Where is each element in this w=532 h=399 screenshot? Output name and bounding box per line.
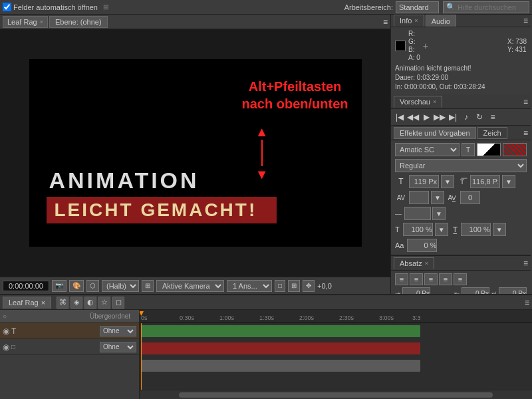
tl-icon-1[interactable]: ⌘ <box>57 297 68 309</box>
indent-right-input[interactable] <box>462 287 489 294</box>
timecode-display[interactable]: 0:00:00:00 <box>3 281 49 291</box>
absatz-panel-menu[interactable]: ≡ <box>523 259 528 268</box>
vert-scale-input[interactable] <box>461 223 491 236</box>
layer-2-visibility[interactable]: ◉ <box>3 342 9 352</box>
prev-loop[interactable]: ↻ <box>473 111 485 123</box>
tl-icon-4[interactable]: ☆ <box>98 297 110 309</box>
metrics-input[interactable] <box>409 191 429 204</box>
tab-absatz[interactable]: Absatz × <box>394 257 434 269</box>
align-center-btn[interactable]: ≡ <box>410 273 423 285</box>
indent-left-input[interactable] <box>402 287 430 294</box>
timeline-scroll[interactable] <box>140 390 532 399</box>
offset-display: +0,0 <box>317 282 332 290</box>
info-tab-close[interactable]: × <box>414 17 418 24</box>
font-size-input[interactable]: 119 Px <box>409 175 439 188</box>
search-icon: 🔍 <box>446 3 456 11</box>
timeline-panel-menu[interactable]: ≡ <box>525 298 529 307</box>
tab-zeich[interactable]: Zeich <box>477 127 507 139</box>
timeline-tab-bar: Leaf Rag × ⌘ ◈ ◐ ☆ ◻ ≡ <box>0 295 532 310</box>
dash-input[interactable] <box>404 207 431 220</box>
layer-1-visibility[interactable]: ◉ <box>3 327 9 336</box>
horiz-scale-input[interactable] <box>403 223 433 236</box>
tl-icon-3[interactable]: ◐ <box>84 297 96 309</box>
effects-tab-label: Effekte und Vorgaben <box>400 129 470 137</box>
snapshot-button[interactable]: 📷 <box>52 280 66 292</box>
tab-info[interactable]: Info × <box>394 15 424 27</box>
font-size-unit[interactable]: ▼ <box>441 175 454 188</box>
indent-first-input[interactable] <box>499 287 527 294</box>
horiz-scale-unit[interactable]: ▼ <box>435 223 448 236</box>
scroll-handle[interactable] <box>179 392 493 398</box>
text-overlay-alt: Alt+Pfeiltasten nach oben/unten <box>242 78 348 112</box>
color-button[interactable]: 🎨 <box>69 280 84 292</box>
search-input[interactable] <box>458 3 524 11</box>
comp-track-bar[interactable] <box>141 325 420 337</box>
effects-panel-menu[interactable]: ≡ <box>523 128 528 138</box>
font-family-select[interactable]: Amatic SC <box>395 143 460 156</box>
view-btn1[interactable]: □ <box>275 280 285 292</box>
workspace-select[interactable]: Standard <box>396 1 439 13</box>
prev-audio[interactable]: ♪ <box>460 111 472 123</box>
align-right-btn[interactable]: ≡ <box>424 273 438 285</box>
zeich-tab-label: Zeich <box>483 129 501 137</box>
timeline-ruler[interactable]: 0s 0:30s 1:00s 1:30s 2:00s 2:30s 3:00s 3… <box>140 310 532 323</box>
tab-preview[interactable]: Vorschau × <box>394 96 442 108</box>
view-btn2[interactable]: ⊞ <box>288 280 300 292</box>
solid-track-bar[interactable] <box>141 360 420 372</box>
leading-input[interactable]: 116,8 Px <box>470 175 500 188</box>
panel-menu-button[interactable]: ≡ <box>383 17 388 27</box>
correction-button[interactable]: ⬡ <box>86 280 99 292</box>
leading-unit[interactable]: ▼ <box>502 175 515 188</box>
canvas-text-dir: nach oben/unten <box>242 96 348 111</box>
stroke-color-swatch[interactable] <box>503 143 527 156</box>
info-panel-menu[interactable]: ≡ <box>523 16 528 25</box>
prev-play[interactable]: ▶ <box>420 111 432 123</box>
tracking-input[interactable] <box>460 191 480 204</box>
align-left-btn[interactable]: ≡ <box>395 273 408 285</box>
justify-btn[interactable]: ≡ <box>439 273 452 285</box>
auto-open-checkbox[interactable] <box>3 3 11 11</box>
justify-all-btn[interactable]: ≡ <box>454 273 467 285</box>
dash-unit[interactable]: ▼ <box>432 207 446 220</box>
grid-button[interactable]: ⊞ <box>142 280 154 292</box>
comp-tab-close[interactable]: × <box>40 19 43 25</box>
vert-scale-unit[interactable]: ▼ <box>493 223 506 236</box>
fill-color-swatch[interactable] <box>477 143 501 156</box>
prev-step-back[interactable]: ◀◀ <box>407 111 419 123</box>
xy-values: X: 738 Y: 431 <box>507 38 527 53</box>
color-swatch[interactable] <box>395 41 406 51</box>
layer-list: ○ Übergeordnet ◉ T Ohne ◉ □ Ohne <box>0 310 140 399</box>
layer-row-2[interactable]: ◉ □ Ohne <box>0 339 139 355</box>
absatz-tab-close[interactable]: × <box>425 260 428 267</box>
tab-audio[interactable]: Audio <box>426 15 456 27</box>
comp-tab[interactable]: Leaf Rag × <box>3 16 48 28</box>
prev-ram[interactable]: ≡ <box>487 111 499 123</box>
layer-row-1[interactable]: ◉ T Ohne <box>0 323 139 339</box>
preview-panel-menu[interactable]: ≡ <box>523 97 528 106</box>
timeline-tab-comp[interactable]: Leaf Rag × <box>3 297 51 309</box>
tl-icon-2[interactable]: ◈ <box>70 297 82 309</box>
transform-button[interactable]: ✥ <box>303 280 315 292</box>
layer-1-mode[interactable]: Ohne <box>100 326 136 336</box>
metrics-unit[interactable]: ▼ <box>431 191 444 204</box>
layer-2-mode[interactable]: Ohne <box>100 342 136 352</box>
prev-to-end[interactable]: ▶| <box>447 111 459 123</box>
prev-step-fwd[interactable]: ▶▶ <box>434 111 446 123</box>
search-box[interactable]: 🔍 <box>443 1 529 13</box>
camera-select[interactable]: Aktive Kamera <box>156 280 224 292</box>
info-content: R: G: B: A: 0 + X: 738 Y: 431 Animation … <box>391 27 531 94</box>
playhead[interactable] <box>141 323 142 390</box>
preview-tab-close[interactable]: × <box>433 98 436 105</box>
tab-effects[interactable]: Effekte und Vorgaben <box>394 127 476 139</box>
text-track-bar[interactable] <box>141 342 420 354</box>
font-color-button[interactable]: T <box>462 143 475 156</box>
prev-to-start[interactable]: |◀ <box>394 111 406 123</box>
auto-open-checkbox-label[interactable]: Felder automatisch öffnen <box>3 3 98 11</box>
horiz-scale-icon: T <box>395 225 400 233</box>
view-select[interactable]: 1 Ans... <box>227 280 272 292</box>
font-style-select[interactable]: Regular <box>395 159 527 172</box>
timeline-tab-close[interactable]: × <box>41 299 45 307</box>
tl-icon-5[interactable]: ◻ <box>112 297 124 309</box>
baseline-input[interactable] <box>407 239 437 252</box>
quality-select[interactable]: (Halb) <box>102 280 139 292</box>
